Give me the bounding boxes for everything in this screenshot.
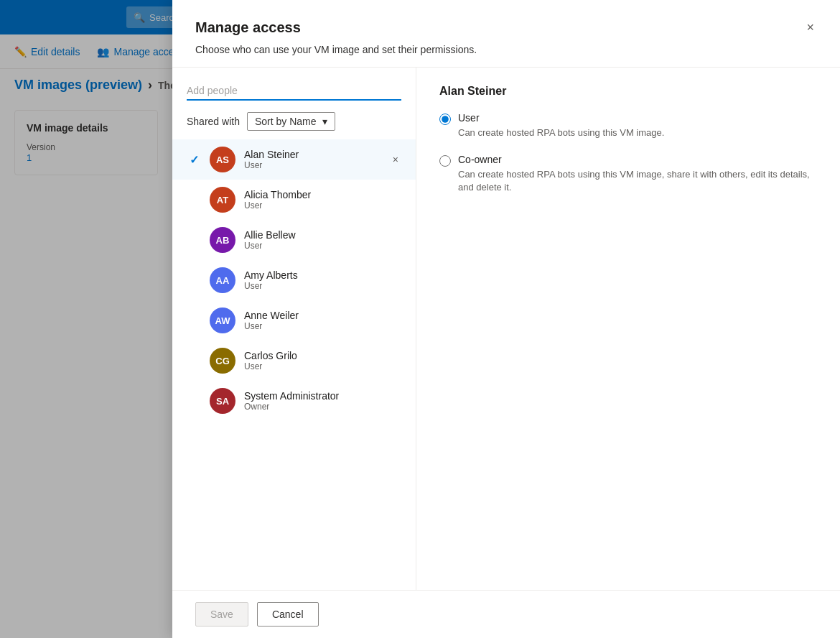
modal-body: Shared with Sort by Name ▾ ✓ASAlan Stein… (172, 67, 840, 590)
list-item[interactable]: ✓ASAlan SteinerUser× (172, 139, 416, 180)
list-item[interactable]: ABAllie BellewUser× (172, 220, 416, 260)
avatar: SA (210, 388, 235, 414)
person-name: System Administrator (244, 390, 401, 402)
modal-footer: Save Cancel (172, 590, 840, 638)
person-role: Owner (244, 402, 401, 412)
avatar: AW (210, 308, 235, 333)
person-role: User (244, 241, 381, 251)
person-name: Alicia Thomber (244, 189, 381, 200)
list-item[interactable]: CGCarlos GriloUser× (172, 341, 416, 381)
remove-person-button[interactable]: × (390, 151, 401, 168)
modal-header: Manage access × (172, 0, 840, 38)
person-check-icon: ✓ (187, 153, 201, 167)
permission-label-group: UserCan create hosted RPA bots using thi… (458, 112, 664, 139)
avatar: AS (210, 147, 235, 172)
avatar: AT (210, 187, 235, 213)
close-icon: × (806, 20, 814, 35)
modal-title: Manage access (195, 19, 301, 36)
person-name: Carlos Grilo (244, 350, 381, 361)
list-item[interactable]: AAAmy AlbertsUser× (172, 260, 416, 300)
avatar: AA (210, 267, 235, 293)
modal-overlay: Manage access × Choose who can use your … (0, 0, 840, 638)
cancel-button[interactable]: Cancel (257, 602, 319, 627)
add-people-input[interactable] (187, 82, 401, 101)
person-info: Allie BellewUser (244, 229, 381, 251)
avatar: CG (210, 348, 235, 374)
permission-option: UserCan create hosted RPA bots using thi… (439, 112, 817, 139)
permission-description: Can create hosted RPA bots using this VM… (458, 168, 817, 194)
person-role: User (244, 361, 381, 371)
person-info: System AdministratorOwner (244, 390, 401, 412)
permission-label-group: Co-ownerCan create hosted RPA bots using… (458, 154, 817, 194)
person-name: Alan Steiner (244, 149, 381, 160)
person-info: Carlos GriloUser (244, 350, 381, 371)
person-role: User (244, 160, 381, 170)
manage-access-modal: Manage access × Choose who can use your … (172, 0, 840, 638)
permission-label: Co-owner (458, 154, 817, 165)
sort-label: Sort by Name (255, 116, 317, 127)
person-role: User (244, 200, 381, 211)
permission-radio[interactable] (439, 114, 451, 125)
save-button[interactable]: Save (195, 602, 248, 627)
person-info: Anne WeilerUser (244, 310, 381, 331)
close-button[interactable]: × (803, 17, 817, 38)
person-role: User (244, 281, 381, 291)
person-role: User (244, 321, 381, 331)
person-name: Allie Bellew (244, 229, 381, 241)
permission-radio[interactable] (439, 155, 451, 167)
person-info: Alan SteinerUser (244, 149, 381, 170)
left-panel: Shared with Sort by Name ▾ ✓ASAlan Stein… (172, 68, 416, 590)
person-info: Amy AlbertsUser (244, 269, 381, 291)
avatar: AB (210, 227, 235, 253)
sort-dropdown[interactable]: Sort by Name ▾ (247, 112, 335, 131)
permission-label: User (458, 112, 664, 124)
person-name: Amy Alberts (244, 269, 381, 281)
permissions-container: UserCan create hosted RPA bots using thi… (439, 112, 817, 195)
person-info: Alicia ThomberUser (244, 189, 381, 211)
permission-description: Can create hosted RPA bots using this VM… (458, 126, 664, 139)
people-list: ✓ASAlan SteinerUser×ATAlicia ThomberUser… (172, 139, 416, 590)
person-name: Anne Weiler (244, 310, 381, 321)
right-panel: Alan Steiner UserCan create hosted RPA b… (416, 68, 840, 590)
list-item[interactable]: SASystem AdministratorOwner (172, 381, 416, 421)
list-item[interactable]: AWAnne WeilerUser× (172, 300, 416, 341)
chevron-down-icon: ▾ (322, 116, 327, 127)
list-item[interactable]: ATAlicia ThomberUser× (172, 180, 416, 220)
shared-with-label: Shared with (187, 116, 240, 127)
permission-option: Co-ownerCan create hosted RPA bots using… (439, 154, 817, 194)
modal-subtitle: Choose who can use your VM image and set… (172, 38, 840, 67)
selected-person-name: Alan Steiner (439, 85, 817, 98)
shared-with-row: Shared with Sort by Name ▾ (172, 112, 416, 139)
